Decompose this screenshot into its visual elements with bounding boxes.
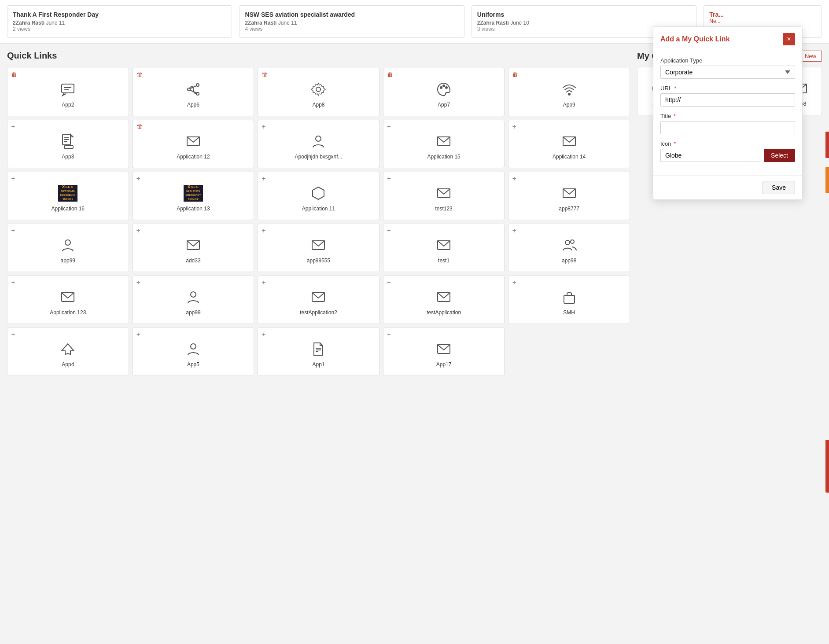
add-icon-app16[interactable]: + — [11, 175, 15, 183]
app-tile-testapp[interactable]: + testApplication — [383, 276, 505, 324]
app-tile-app99[interactable]: + app99 — [7, 224, 129, 272]
add-icon-smh[interactable]: + — [512, 279, 516, 287]
app-tile-app3[interactable]: + App3 — [7, 120, 129, 168]
add-icon-app4[interactable]: + — [11, 331, 15, 339]
app-icon-app9 — [560, 80, 579, 99]
save-button[interactable]: Save — [763, 181, 795, 194]
app-tile-app4[interactable]: + App4 — [7, 328, 129, 376]
app-tile-app1[interactable]: + App1 — [258, 328, 379, 376]
news-card-2-meta: 2Zahra Rasti June 11 — [245, 20, 458, 26]
app-label-apodj: Apodjhjdh bxsgxhf... — [295, 154, 342, 161]
add-icon-test123[interactable]: + — [387, 175, 391, 183]
svg-point-4 — [188, 88, 190, 91]
app-icon-app7 — [434, 80, 453, 99]
app-tile-app99b[interactable]: + app99 — [133, 276, 254, 324]
app-tile-app17[interactable]: + App17 — [383, 328, 505, 376]
app-tile-app8777[interactable]: + app8777 — [508, 172, 630, 220]
news-card-3-author: 2Zahra Rasti — [477, 20, 509, 26]
add-icon-app3[interactable]: + — [11, 123, 15, 131]
url-group: URL * — [660, 85, 795, 107]
icon-group: Icon * Select — [660, 140, 795, 162]
add-icon-app123[interactable]: + — [11, 279, 15, 287]
app-icon-app14 — [560, 132, 579, 151]
news-card-2[interactable]: NSW SES aviation specialist awarded 2Zah… — [239, 5, 464, 38]
quick-links-section: Quick Links 🗑 App2 🗑 App6 🗑 App8 🗑 — [7, 51, 630, 376]
svg-rect-0 — [62, 84, 74, 93]
add-icon-app15[interactable]: + — [387, 123, 391, 131]
app-tile-test1[interactable]: + test1 — [383, 224, 505, 272]
app-tile-app8[interactable]: 🗑 App8 — [258, 68, 379, 116]
url-input[interactable] — [660, 93, 795, 107]
app-tile-app99555[interactable]: + app99555 — [258, 224, 379, 272]
app-tile-app6[interactable]: 🗑 App6 — [133, 68, 254, 116]
add-icon-app99b[interactable]: + — [136, 279, 140, 287]
add-icon-app98[interactable]: + — [512, 227, 516, 235]
add-icon-apodj[interactable]: + — [262, 123, 265, 131]
app-tile-app14[interactable]: + Application 14 — [508, 120, 630, 168]
app-tile-app7[interactable]: 🗑 App7 — [383, 68, 505, 116]
app-type-select[interactable]: Corporate Personal External — [660, 66, 795, 79]
app-label-app15: Application 15 — [427, 154, 460, 161]
app-label-app123: Application 123 — [50, 309, 86, 316]
delete-icon-app8[interactable]: 🗑 — [262, 71, 268, 78]
title-input[interactable] — [660, 121, 795, 134]
app-tile-app13[interactable]: + 𝗫SESNEW STATE EMERGENCY SERVICE Applic… — [133, 172, 254, 220]
app-label-app11: Application 11 — [302, 206, 335, 213]
select-icon-button[interactable]: Select — [764, 149, 795, 162]
app-tile-add33[interactable]: + add33 — [133, 224, 254, 272]
app-tile-app15[interactable]: + Application 15 — [383, 120, 505, 168]
add-icon-app5[interactable]: + — [136, 331, 140, 339]
side-accent-red2 — [825, 440, 829, 493]
app-label-app8777: app8777 — [559, 206, 579, 213]
app-label-app5: App5 — [187, 361, 199, 368]
delete-icon-app12a[interactable]: 🗑 — [136, 123, 143, 130]
add-icon-app13[interactable]: + — [136, 175, 140, 183]
app-tile-app123[interactable]: + Application 123 — [7, 276, 129, 324]
add-icon-testapp2[interactable]: + — [262, 279, 265, 287]
app-label-app4: App4 — [62, 361, 74, 368]
url-label: URL * — [660, 85, 795, 92]
add-icon-app99555[interactable]: + — [262, 227, 265, 235]
svg-rect-35 — [564, 295, 575, 303]
add-icon-add33[interactable]: + — [136, 227, 140, 235]
add-icon-app11[interactable]: + — [262, 175, 265, 183]
delete-icon-app6[interactable]: 🗑 — [136, 71, 143, 78]
add-icon-test1[interactable]: + — [387, 227, 391, 235]
title-required-marker: * — [674, 113, 676, 119]
add-icon-testapp[interactable]: + — [387, 279, 391, 287]
app-tile-app2[interactable]: 🗑 App2 — [7, 68, 129, 116]
app-tile-app11[interactable]: + Application 11 — [258, 172, 379, 220]
app-tile-smh[interactable]: + SMH — [508, 276, 630, 324]
add-icon-app99[interactable]: + — [11, 227, 15, 235]
icon-required-marker: * — [674, 140, 676, 147]
modal-close-button[interactable]: × — [783, 33, 795, 45]
delete-icon-app9[interactable]: 🗑 — [512, 71, 518, 78]
add-icon-app8777[interactable]: + — [512, 175, 516, 183]
app-tile-app9[interactable]: 🗑 App9 — [508, 68, 630, 116]
app-tile-test123[interactable]: + test123 — [383, 172, 505, 220]
modal-body: Application Type Corporate Personal Exte… — [653, 50, 802, 175]
add-icon-app17[interactable]: + — [387, 331, 391, 339]
side-accent-red — [825, 132, 829, 158]
app-tile-app5[interactable]: + App5 — [133, 328, 254, 376]
app-icon-app6 — [184, 80, 203, 99]
delete-icon-app2[interactable]: 🗑 — [11, 71, 17, 78]
add-icon-app1[interactable]: + — [262, 331, 265, 339]
app-tile-app98[interactable]: + app98 — [508, 224, 630, 272]
add-icon-app14[interactable]: + — [512, 123, 516, 131]
app-label-app12a: Application 12 — [177, 154, 210, 161]
app-label-testapp2: testApplication2 — [300, 309, 337, 316]
news-card-1[interactable]: Thank A First Responder Day 2Zahra Rasti… — [7, 5, 232, 38]
app-tile-app16[interactable]: + 𝗫SESNEW STATE EMERGENCY SERVICE Applic… — [7, 172, 129, 220]
app-label-testapp: testApplication — [427, 309, 461, 316]
delete-icon-app7[interactable]: 🗑 — [387, 71, 393, 78]
news-card-2-title: NSW SES aviation specialist awarded — [245, 11, 458, 18]
icon-input[interactable] — [660, 149, 760, 162]
app-tile-testapp2[interactable]: + testApplication2 — [258, 276, 379, 324]
app-icon-app4 — [58, 339, 77, 359]
svg-point-29 — [565, 240, 570, 245]
app-icon-app12a — [184, 132, 203, 151]
app-icon-app1 — [309, 339, 328, 359]
app-tile-apodj[interactable]: + Apodjhjdh bxsgxhf... — [258, 120, 379, 168]
app-tile-app12a[interactable]: 🗑 Application 12 — [133, 120, 254, 168]
